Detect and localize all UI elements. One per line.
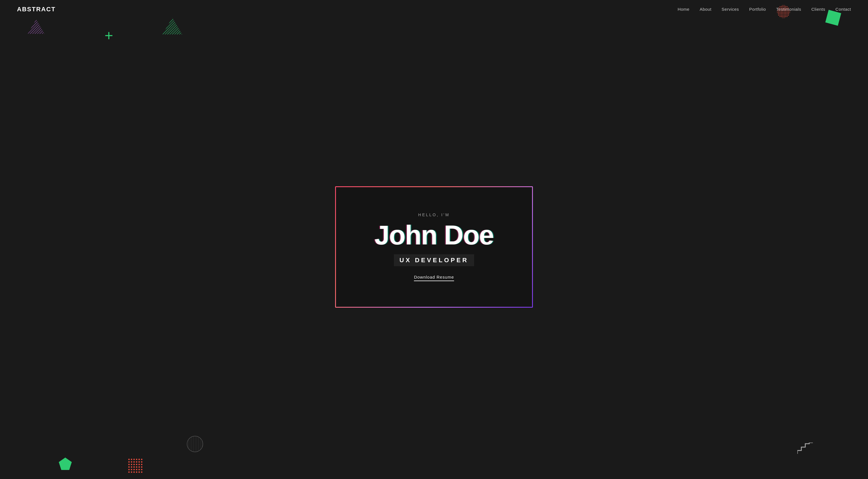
hero-greeting: HELLO, I'M [418, 212, 450, 217]
nav-about[interactable]: About [700, 7, 711, 11]
logo: ABSTRACT [17, 6, 56, 13]
download-resume-button[interactable]: Download Resume [414, 275, 454, 281]
nav-services[interactable]: Services [722, 7, 739, 11]
nav-clients[interactable]: Clients [811, 7, 825, 11]
nav-home[interactable]: Home [678, 7, 689, 11]
nav-links: Home About Services Portfolio Testimonia… [678, 7, 851, 12]
hero-card: HELLO, I'M John Doe UX DEVELOPER Downloa… [335, 186, 533, 308]
nav-portfolio[interactable]: Portfolio [749, 7, 766, 11]
hero-name: John Doe [374, 221, 493, 249]
hero-section: HELLO, I'M John Doe UX DEVELOPER Downloa… [0, 19, 868, 475]
hero-title: UX DEVELOPER [394, 254, 474, 266]
navbar: ABSTRACT Home About Services Portfolio T… [0, 0, 868, 19]
nav-testimonials[interactable]: Testimonials [776, 7, 801, 11]
nav-contact[interactable]: Contact [836, 7, 851, 11]
